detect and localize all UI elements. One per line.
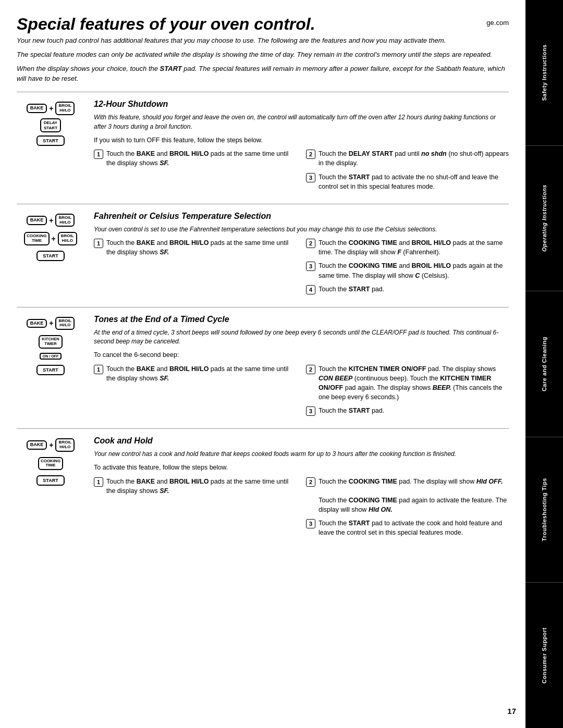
step-cook-hold-3: 3 Touch the START pad to activate the co… — [306, 519, 509, 537]
intro-para-2: The special feature modes can only be ac… — [17, 50, 509, 60]
sidebar-item-care: Care and Cleaning — [525, 291, 563, 437]
diagram-fahrenheit: BAKE + BROILHI/LO COOKINGTIME + BROILHI/… — [17, 212, 84, 299]
instructions-shutdown: 1 Touch the BAKE and BROIL HI/LO pads at… — [94, 149, 509, 195]
cooking-time-pad-c: COOKINGTIME — [38, 457, 63, 471]
instr-left-cook-hold: 1 Touch the BAKE and BROIL HI/LO pads at… — [94, 477, 297, 542]
instructions-fahrenheit: 1 Touch the BAKE and BROIL HI/LO pads at… — [94, 238, 509, 299]
section-fahrenheit: BAKE + BROILHI/LO COOKINGTIME + BROILHI/… — [17, 204, 509, 299]
step-fahrenheit-2: 2 Touch the COOKING TIME and BROIL HI/LO… — [306, 238, 509, 257]
section-title-tones: Tones at the End of a Timed Cycle — [94, 315, 509, 324]
section-note-tones: To cancel the 6-second beep: — [94, 350, 509, 360]
section-cook-hold: BAKE + BROILHI/LO COOKINGTIME START Cook… — [17, 428, 509, 541]
intro-para-1: Your new touch pad control has additiona… — [17, 36, 509, 46]
start-pad-c: START — [36, 475, 64, 486]
broil-pad: BROILHI/LO — [55, 102, 75, 115]
page-title: ge.com Special features of your oven con… — [17, 15, 509, 34]
section-note-shutdown: If you wish to turn OFF this feature, fo… — [94, 135, 509, 145]
sidebar-label-troubleshooting: Troubleshooting Tips — [541, 478, 548, 541]
section-desc-fahrenheit: Your oven control is set to use the Fahr… — [94, 225, 509, 234]
section-note-cook-hold: To activate this feature, follow the ste… — [94, 463, 509, 472]
bake-pad-f: BAKE — [27, 216, 47, 225]
section-tones: BAKE + BROILHI/LO KITCHENTIMER ON / OFF … — [17, 307, 509, 420]
instructions-cook-hold: 1 Touch the BAKE and BROIL HI/LO pads at… — [94, 477, 509, 542]
main-title: Special features of your oven control. — [17, 15, 509, 34]
broil-pad-c: BROILHI/LO — [55, 438, 75, 452]
sidebar-label-consumer: Consumer Support — [541, 627, 548, 684]
sidebar-label-care: Care and Cleaning — [541, 337, 548, 391]
content-cook-hold: Cook and Hold Your new control has a coo… — [94, 436, 509, 541]
step-cook-hold-2: 2 Touch the COOKING TIME pad. The displa… — [306, 477, 509, 515]
page-wrapper: ge.com Special features of your oven con… — [0, 0, 563, 728]
step-tones-3: 3 Touch the START pad. — [306, 406, 509, 416]
diagram-tones: BAKE + BROILHI/LO KITCHENTIMER ON / OFF … — [17, 315, 84, 420]
delay-start-pad: DELAYSTART — [40, 118, 61, 132]
start-pad-t: START — [36, 365, 64, 375]
content-fahrenheit: Fahrenheit or Celsius Temperature Select… — [94, 212, 509, 299]
section-title-shutdown: 12-Hour Shutdown — [94, 100, 509, 109]
intro-para-3: When the display shows your choice, touc… — [17, 64, 509, 84]
section-hour-shutdown: BAKE + BROILHI/LO DELAYSTART START 12-Ho… — [17, 92, 509, 195]
sidebar: Safety Instructions Operating Instructio… — [525, 0, 563, 728]
instr-left-shutdown: 1 Touch the BAKE and BROIL HI/LO pads at… — [94, 149, 297, 195]
bake-pad: BAKE — [27, 104, 47, 113]
step-shutdown-3: 3 Touch the START pad to activate the no… — [306, 172, 509, 191]
start-pad-f: START — [36, 251, 64, 261]
instr-right-shutdown: 2 Touch the DELAY START pad until no shd… — [306, 149, 509, 195]
step-fahrenheit-4: 4 Touch the START pad. — [306, 285, 509, 294]
section-desc-tones: At the end of a timed cycle, 3 short bee… — [94, 328, 509, 347]
section-desc-cook-hold: Your new control has a cook and hold fea… — [94, 450, 509, 459]
sidebar-item-troubleshooting: Troubleshooting Tips — [525, 437, 563, 583]
brand-label: ge.com — [486, 19, 509, 27]
instr-right-tones: 2 Touch the KITCHEN TIMER ON/OFF pad. Th… — [306, 364, 509, 421]
instr-right-fahrenheit: 2 Touch the COOKING TIME and BROIL HI/LO… — [306, 238, 509, 299]
step-shutdown-1: 1 Touch the BAKE and BROIL HI/LO pads at… — [94, 149, 297, 168]
step-tones-2: 2 Touch the KITCHEN TIMER ON/OFF pad. Th… — [306, 364, 509, 402]
content-tones: Tones at the End of a Timed Cycle At the… — [94, 315, 509, 420]
step-shutdown-2: 2 Touch the DELAY START pad until no shd… — [306, 149, 509, 168]
step-fahrenheit-3: 3 Touch the COOKING TIME and BROIL HI/LO… — [306, 261, 509, 280]
step-fahrenheit-1: 1 Touch the BAKE and BROIL HI/LO pads at… — [94, 238, 297, 257]
sidebar-label-safety: Safety Instructions — [541, 44, 548, 101]
cooking-time-pad-f: COOKINGTIME — [24, 232, 49, 245]
broil-pad-f2: BROILHI/LO — [58, 232, 77, 245]
sidebar-item-consumer: Consumer Support — [525, 583, 563, 728]
step-tones-1: 1 Touch the BAKE and BROIL HI/LO pads at… — [94, 364, 297, 383]
sidebar-label-operating: Operating Instructions — [541, 184, 548, 252]
broil-pad-t: BROILHI/LO — [55, 317, 75, 330]
section-title-fahrenheit: Fahrenheit or Celsius Temperature Select… — [94, 212, 509, 221]
bake-pad-t: BAKE — [27, 319, 47, 328]
main-content: ge.com Special features of your oven con… — [0, 0, 525, 728]
instr-left-tones: 1 Touch the BAKE and BROIL HI/LO pads at… — [94, 364, 297, 421]
on-off-pad-t: ON / OFF — [40, 353, 62, 360]
sidebar-item-safety: Safety Instructions — [525, 0, 563, 146]
section-title-cook-hold: Cook and Hold — [94, 436, 509, 446]
instructions-tones: 1 Touch the BAKE and BROIL HI/LO pads at… — [94, 364, 509, 421]
sidebar-item-operating: Operating Instructions — [525, 146, 563, 292]
page-number: 17 — [507, 707, 516, 715]
instr-left-fahrenheit: 1 Touch the BAKE and BROIL HI/LO pads at… — [94, 238, 297, 299]
broil-pad-f: BROILHI/LO — [55, 214, 75, 227]
content-shutdown: 12-Hour Shutdown With this feature, shou… — [94, 100, 509, 195]
diagram-cook-hold: BAKE + BROILHI/LO COOKINGTIME START — [17, 436, 84, 541]
start-pad: START — [36, 135, 64, 146]
step-cook-hold-1: 1 Touch the BAKE and BROIL HI/LO pads at… — [94, 477, 297, 496]
section-desc-shutdown: With this feature, should you forget and… — [94, 113, 509, 131]
diagram-shutdown: BAKE + BROILHI/LO DELAYSTART START — [17, 100, 84, 195]
bake-pad-c: BAKE — [27, 440, 47, 450]
kitchen-timer-pad-t: KITCHENTIMER — [39, 335, 62, 348]
instr-right-cook-hold: 2 Touch the COOKING TIME pad. The displa… — [306, 477, 509, 542]
